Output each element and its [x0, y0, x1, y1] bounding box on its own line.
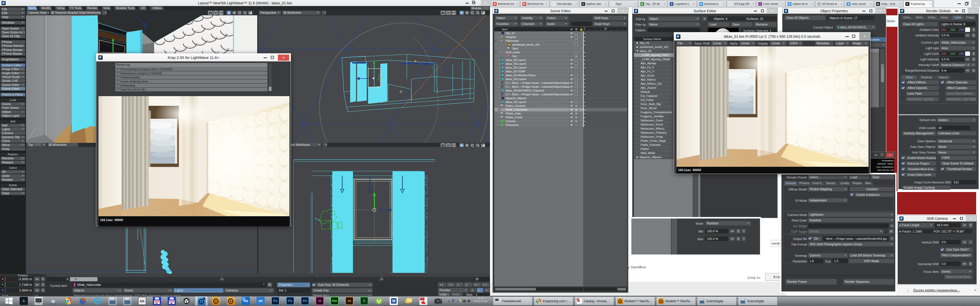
- svg-text:L: L: [204, 298, 205, 300]
- svg-text:M: M: [662, 299, 664, 300]
- svg-text:M: M: [218, 298, 220, 300]
- svg-text:M: M: [622, 299, 623, 300]
- svg-text:M: M: [233, 298, 235, 300]
